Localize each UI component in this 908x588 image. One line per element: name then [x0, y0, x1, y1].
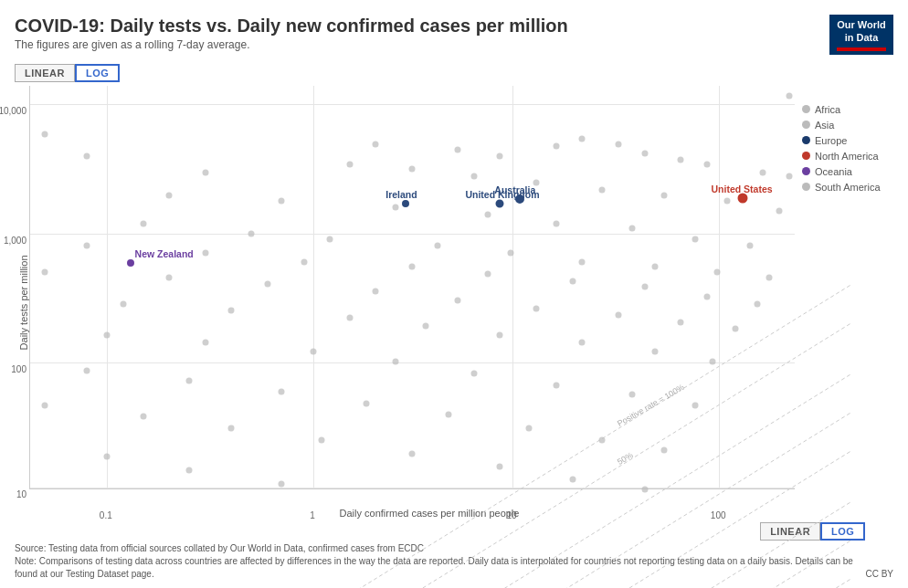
data-dot-grey	[373, 141, 379, 147]
data-dot-grey	[678, 320, 684, 326]
data-dot-grey	[346, 314, 353, 320]
data-dot-labeled[interactable]	[496, 200, 504, 208]
data-dot-grey	[41, 268, 48, 275]
data-dot-grey	[264, 281, 270, 288]
logo: Our World in Data	[829, 15, 893, 55]
data-dot-grey	[228, 425, 235, 431]
legend-label: South America	[815, 182, 881, 193]
x-tick-label: 100	[711, 510, 726, 520]
x-ticks-area: 0.1110100	[29, 489, 795, 506]
legend-dot	[802, 121, 810, 129]
data-dot-grey	[202, 169, 208, 175]
data-dot-grey	[723, 197, 730, 204]
y-tick-label: 100	[11, 363, 30, 373]
data-dot-grey	[301, 258, 307, 265]
data-dot-grey	[497, 332, 503, 339]
legend-dot	[802, 105, 810, 113]
data-dot-grey	[692, 236, 698, 243]
y-axis-label: Daily tests per million	[15, 86, 29, 519]
data-dot-labeled[interactable]	[127, 259, 134, 267]
data-dot-grey	[678, 156, 684, 163]
data-dot-grey	[629, 225, 636, 231]
footer-source: Source: Testing data from official sourc…	[15, 542, 865, 555]
data-dot-grey	[692, 403, 698, 409]
data-dot-grey	[435, 243, 441, 249]
data-dot-grey	[570, 476, 576, 482]
y-tick-label: 10,000	[0, 106, 30, 116]
data-dot-grey	[185, 467, 192, 474]
data-dot-grey	[485, 212, 491, 218]
data-dot-grey	[409, 264, 416, 270]
data-dot-grey	[83, 367, 90, 373]
data-dot-grey	[747, 243, 754, 249]
data-dot-grey	[346, 161, 353, 167]
legend-item: South America	[802, 182, 893, 193]
data-dot-grey	[786, 92, 792, 99]
data-dot-grey	[165, 275, 172, 281]
data-dot-grey	[485, 271, 491, 278]
data-dot-grey	[41, 131, 48, 137]
data-dot-grey	[579, 258, 586, 265]
legend-label: Oceania	[815, 166, 852, 177]
data-dot-grey	[140, 220, 146, 226]
data-dot-grey	[714, 268, 721, 275]
linear-button-top[interactable]: LINEAR	[15, 64, 75, 82]
dot-label-ireland: Ireland	[385, 189, 417, 200]
data-dot-grey	[279, 388, 285, 394]
footer: LINEAR LOG Source: Testing data from off…	[15, 522, 893, 581]
data-dot-grey	[83, 153, 90, 160]
data-dot-labeled[interactable]	[738, 193, 748, 203]
data-dot-grey	[554, 143, 560, 150]
x-tick-label: 10	[506, 510, 516, 520]
data-dot-labeled[interactable]	[402, 200, 409, 207]
data-dot-grey	[393, 205, 399, 211]
data-dot-grey	[554, 220, 560, 226]
data-dot-grey	[533, 305, 540, 311]
data-dot-grey	[629, 391, 636, 397]
legend-dot	[802, 167, 810, 175]
log-button-bottom[interactable]: LOG	[820, 522, 865, 541]
data-dot-grey	[393, 358, 399, 364]
data-dot-grey	[248, 230, 254, 236]
data-dot-grey	[554, 382, 560, 388]
data-dot-grey	[185, 378, 192, 384]
legend-label: Africa	[815, 104, 840, 115]
data-dot-grey	[765, 275, 772, 281]
data-dot-grey	[363, 400, 369, 406]
data-dot-grey	[641, 284, 648, 290]
data-dot-grey	[703, 161, 710, 167]
data-dot-grey	[165, 192, 172, 198]
legend-label: Asia	[815, 120, 834, 131]
data-dot-grey	[471, 173, 478, 180]
scale-buttons-bottom: LINEAR LOG	[15, 522, 865, 541]
data-dot-grey	[599, 437, 606, 444]
data-dot-grey	[409, 165, 416, 172]
data-dot-grey	[525, 425, 532, 431]
data-dot-grey	[326, 236, 333, 243]
data-dot-grey	[319, 437, 325, 444]
data-dot-grey	[776, 208, 783, 215]
linear-button-bottom[interactable]: LINEAR	[760, 522, 820, 541]
data-dot-grey	[703, 293, 710, 299]
legend-label: North America	[815, 151, 879, 162]
legend-dot	[802, 152, 810, 160]
data-dot-grey	[754, 301, 760, 308]
data-dot-grey	[103, 332, 110, 339]
footer-left: LINEAR LOG Source: Testing data from off…	[15, 522, 865, 581]
data-dot-grey	[445, 412, 451, 418]
data-dot-grey	[661, 192, 668, 198]
title-area: COVID-19: Daily tests vs. Daily new conf…	[15, 15, 829, 51]
x-tick-label: 1	[310, 510, 315, 520]
data-dot-grey	[661, 447, 668, 454]
log-button-top[interactable]: LOG	[75, 64, 120, 82]
data-dot-grey	[709, 358, 715, 364]
legend-label: Europe	[815, 135, 847, 146]
data-dot-grey	[616, 141, 622, 147]
data-dot-grey	[760, 169, 766, 175]
data-dot-grey	[202, 250, 208, 257]
main-container: COVID-19: Daily tests vs. Daily new conf…	[0, 0, 908, 588]
data-dot-grey	[616, 311, 622, 318]
data-dot-grey	[41, 403, 48, 409]
data-dot-grey	[652, 348, 659, 354]
legend-item: Africa	[802, 104, 893, 115]
